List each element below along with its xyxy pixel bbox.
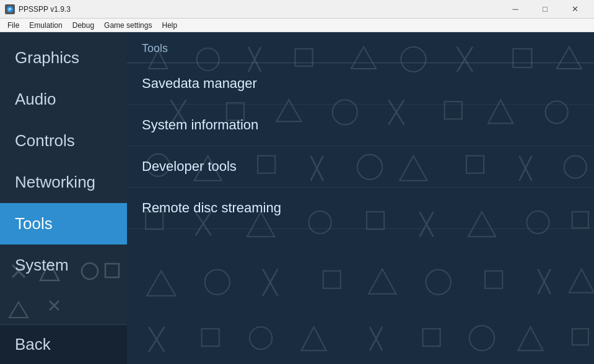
svg-point-59 xyxy=(426,270,451,295)
svg-rect-66 xyxy=(202,329,219,346)
content-area: Tools Savedata manager System informatio… xyxy=(127,32,594,364)
menu-debug[interactable]: Debug xyxy=(68,20,99,31)
tools-list: Savedata manager System information Deve… xyxy=(127,63,594,229)
list-item-devtools[interactable]: Developer tools xyxy=(127,146,594,188)
svg-line-56 xyxy=(263,269,277,296)
minimize-button[interactable]: ─ xyxy=(501,0,530,19)
svg-marker-58 xyxy=(369,269,396,294)
svg-line-64 xyxy=(149,327,164,352)
maximize-button[interactable]: □ xyxy=(531,0,559,19)
back-button[interactable]: Back xyxy=(0,324,127,364)
sidebar-item-graphics[interactable]: Graphics xyxy=(0,37,127,79)
titlebar-left: P PPSSPP v1.9.3 xyxy=(5,4,71,14)
svg-rect-71 xyxy=(423,329,440,346)
sidebar-item-system[interactable]: System xyxy=(0,245,127,286)
svg-line-62 xyxy=(538,269,551,294)
svg-line-70 xyxy=(370,327,382,350)
sidebar-item-audio[interactable]: Audio xyxy=(0,79,127,120)
app-icon: P xyxy=(5,4,15,14)
list-item-savedata[interactable]: Savedata manager xyxy=(127,63,594,105)
list-item-sysinfo[interactable]: System information xyxy=(127,105,594,146)
svg-marker-68 xyxy=(301,327,326,350)
svg-text:P: P xyxy=(9,7,12,12)
svg-line-65 xyxy=(149,327,164,352)
svg-line-61 xyxy=(538,269,551,294)
menu-game-settings[interactable]: Game settings xyxy=(99,20,157,31)
list-item-remote-disc[interactable]: Remote disc streaming xyxy=(127,188,594,229)
svg-point-72 xyxy=(470,326,494,350)
sidebar-item-controls[interactable]: Controls xyxy=(0,120,127,162)
menu-file[interactable]: File xyxy=(2,20,24,31)
svg-marker-53 xyxy=(147,271,175,296)
titlebar: P PPSSPP v1.9.3 ─ □ ✕ xyxy=(0,0,594,19)
svg-rect-74 xyxy=(572,329,588,345)
svg-point-67 xyxy=(250,327,272,349)
close-button[interactable]: ✕ xyxy=(561,0,589,19)
content-inner: Tools Savedata manager System informatio… xyxy=(127,32,594,229)
menu-help[interactable]: Help xyxy=(157,20,182,31)
sidebar-nav: Graphics Audio Controls Networking Tools… xyxy=(0,32,127,324)
svg-line-55 xyxy=(263,269,277,296)
svg-line-69 xyxy=(370,327,382,350)
menubar: File Emulation Debug Game settings Help xyxy=(0,19,594,32)
svg-rect-60 xyxy=(485,271,502,288)
app-title: PPSSPP v1.9.3 xyxy=(19,5,71,14)
section-title: Tools xyxy=(127,32,594,63)
sidebar-item-tools[interactable]: Tools xyxy=(0,203,127,245)
svg-rect-57 xyxy=(323,271,341,288)
menu-emulation[interactable]: Emulation xyxy=(24,20,67,31)
sidebar: Graphics Audio Controls Networking Tools… xyxy=(0,32,127,364)
svg-marker-63 xyxy=(569,269,594,293)
svg-marker-73 xyxy=(518,327,543,350)
window-controls: ─ □ ✕ xyxy=(501,0,589,19)
sidebar-item-networking[interactable]: Networking xyxy=(0,162,127,203)
main-area: Graphics Audio Controls Networking Tools… xyxy=(0,32,594,364)
svg-point-54 xyxy=(205,270,230,295)
